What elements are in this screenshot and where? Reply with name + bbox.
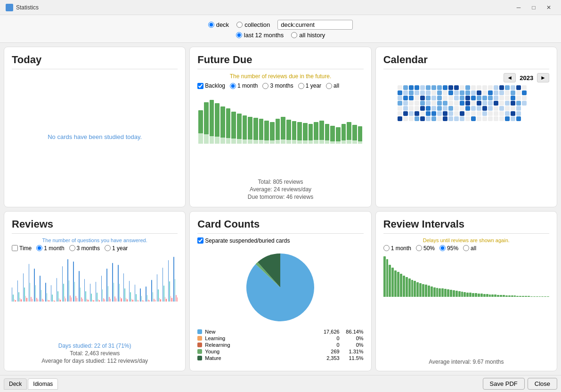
reviews-bar-group: [84, 254, 89, 302]
radio-allhistory-label[interactable]: all history: [291, 32, 325, 39]
interval-bar-wrap: [533, 254, 536, 297]
calendar-day: [398, 106, 402, 111]
pie-legend-pct: 0%: [342, 342, 364, 348]
interval-bar: [403, 276, 405, 297]
calendar-day: [545, 111, 549, 116]
calendar-day: [488, 101, 493, 106]
calendar-day: [528, 90, 532, 95]
radio-allhistory[interactable]: [291, 32, 297, 38]
interval-bar-wrap: [425, 254, 427, 297]
interval-bar-wrap: [447, 254, 449, 297]
future-1month-radio[interactable]: [230, 83, 236, 89]
intervals-1month-radio[interactable]: [383, 245, 390, 251]
reviews-bar: [53, 300, 54, 302]
reviews-3months-radio[interactable]: [69, 245, 75, 251]
close-button-bottom[interactable]: Close: [528, 378, 557, 390]
intervals-95pct-label[interactable]: 95%: [439, 245, 458, 252]
reviews-bar: [126, 298, 126, 302]
calendar-day: [545, 101, 549, 106]
pie-legend: New17,62686.14%Learning00%Relearning00%Y…: [197, 328, 363, 362]
future-1month-label[interactable]: 1 month: [230, 82, 258, 89]
calendar-card: Calendar ◄ 2023 ►: [375, 47, 557, 207]
reviews-bar: [144, 301, 144, 302]
future-due-bar: [259, 119, 264, 140]
reviews-1year-label[interactable]: 1 year: [105, 245, 128, 252]
interval-bar: [489, 294, 491, 297]
radio-collection[interactable]: [236, 22, 243, 28]
reviews-bar: [62, 266, 63, 302]
calendar-week-col: [477, 85, 481, 121]
close-button[interactable]: ✕: [542, 3, 555, 12]
intervals-95pct-radio[interactable]: [439, 245, 446, 251]
calendar-day: [477, 101, 481, 106]
future-due-bar: [309, 124, 313, 140]
reviews-bar: [146, 286, 146, 302]
calendar-day: [488, 85, 493, 90]
future-1year-label[interactable]: 1 year: [298, 82, 321, 89]
calendar-title: Calendar: [383, 54, 549, 69]
reviews-bar: [47, 293, 47, 302]
reviews-1month-radio[interactable]: [36, 245, 42, 251]
calendar-day: [499, 101, 504, 106]
intervals-1month-label[interactable]: 1 month: [383, 245, 411, 252]
pie-legend-pct: 86.14%: [342, 329, 364, 335]
calendar-week-col: [465, 85, 470, 121]
save-pdf-button[interactable]: Save PDF: [483, 378, 525, 390]
separate-checkbox[interactable]: [197, 237, 203, 244]
calendar-next-button[interactable]: ►: [537, 73, 549, 82]
radio-deck[interactable]: [208, 22, 214, 28]
interval-bar: [486, 294, 488, 296]
interval-bar: [533, 296, 536, 297]
minimize-button[interactable]: ─: [512, 3, 525, 12]
calendar-day: [448, 101, 453, 106]
reviews-bar: [175, 279, 175, 302]
deck-input[interactable]: [277, 20, 353, 30]
deck-tab-deck[interactable]: Deck: [4, 378, 27, 390]
reviews-time-label[interactable]: Time: [12, 245, 32, 252]
separate-checkbox-label[interactable]: Separate suspended/buried cards: [197, 237, 290, 244]
radio-last12-label[interactable]: last 12 months: [236, 32, 284, 39]
reviews-3months-label[interactable]: 3 months: [69, 245, 100, 252]
backlog-checkbox-label[interactable]: Backlog: [197, 82, 225, 89]
deck-tab-idiomas[interactable]: Idiomas: [28, 378, 58, 390]
interval-bar-wrap: [455, 254, 458, 297]
reviews-bar-group: [40, 254, 44, 302]
radio-collection-label[interactable]: collection: [236, 21, 270, 28]
reviews-bar: [127, 299, 127, 302]
calendar-day: [482, 96, 487, 100]
calendar-day: [403, 90, 408, 95]
backlog-checkbox[interactable]: [197, 83, 203, 89]
bar-wrap: [297, 92, 302, 144]
calendar-day: [409, 106, 414, 111]
interval-bar-wrap: [406, 254, 408, 297]
interval-bar: [406, 277, 408, 296]
intervals-all-label[interactable]: all: [463, 245, 476, 252]
intervals-all-radio[interactable]: [463, 245, 469, 251]
intervals-50pct-label[interactable]: 50%: [416, 245, 435, 252]
maximize-button[interactable]: □: [527, 3, 540, 12]
backlog-bar: [259, 140, 264, 144]
calendar-prev-button[interactable]: ◄: [504, 73, 516, 82]
pie-legend-pct: 11.5%: [342, 355, 364, 361]
pie-chart: [243, 250, 318, 325]
future-3months-radio[interactable]: [262, 83, 268, 89]
future-all-radio[interactable]: [326, 83, 332, 89]
calendar-day: [443, 85, 447, 90]
interval-bar-wrap: [386, 254, 389, 297]
calendar-day: [488, 96, 493, 100]
reviews-bar: [75, 296, 76, 302]
interval-bar: [480, 294, 483, 296]
future-1year-radio[interactable]: [298, 83, 304, 89]
interval-bar-wrap: [391, 254, 394, 297]
radio-last12[interactable]: [236, 32, 242, 38]
reviews-time-checkbox[interactable]: [12, 245, 18, 251]
calendar-day: [494, 90, 498, 95]
reviews-1year-radio[interactable]: [105, 245, 111, 251]
interval-bar-wrap: [411, 254, 414, 297]
radio-deck-label[interactable]: deck: [208, 21, 229, 28]
intervals-50pct-radio[interactable]: [416, 245, 422, 251]
future-all-label[interactable]: all: [326, 82, 339, 89]
reviews-1month-label[interactable]: 1 month: [36, 245, 64, 252]
future-3months-label[interactable]: 3 months: [262, 82, 293, 89]
calendar-day: [460, 116, 464, 121]
